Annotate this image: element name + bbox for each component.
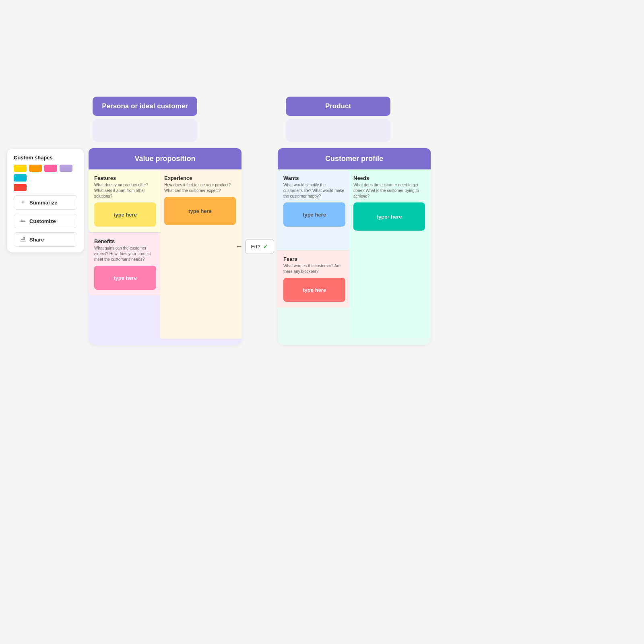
features-sticky[interactable]: type here (94, 202, 156, 227)
fears-title: Fears (283, 256, 345, 262)
experience-section: Experience How does it feel to use your … (160, 169, 242, 339)
sidebar-panel: Custom shapes Summarize Customize Share (7, 149, 84, 252)
fears-desc: What worries the customer? Are there any… (283, 263, 345, 275)
svg-point-2 (21, 219, 23, 221)
benefits-title: Benefits (94, 238, 156, 244)
check-icon: ✓ (263, 243, 268, 250)
product-input[interactable] (286, 119, 390, 142)
summarize-label: Summarize (29, 200, 57, 206)
benefits-desc: What gains can the customer expect? How … (94, 246, 156, 262)
experience-sticky[interactable]: type here (164, 197, 236, 225)
fears-section: Fears What worries the customer? Are the… (278, 250, 349, 308)
features-title: Features (94, 175, 156, 181)
value-proposition-board: Value proposition Features What does you… (89, 148, 242, 345)
sparkle-icon (20, 199, 26, 206)
fit-box: Fit? ✓ (245, 239, 275, 254)
features-desc: What does your product offer? What sets … (94, 182, 156, 199)
persona-input[interactable] (93, 119, 197, 142)
needs-title: Needs (353, 175, 425, 181)
boards-row: Value proposition Features What does you… (89, 148, 628, 345)
persona-label-box: Persona or ideal customer (93, 97, 197, 142)
customize-icon (20, 218, 26, 224)
summarize-button[interactable]: Summarize (14, 195, 77, 210)
shape-orange[interactable] (29, 165, 42, 172)
cp-header: Customer profile (278, 148, 431, 169)
share-button[interactable]: Share (14, 232, 77, 247)
needs-sticky[interactable]: typer here (353, 202, 425, 231)
fit-label: Fit? (251, 244, 261, 250)
main-canvas: Persona or ideal customer Product Value … (89, 97, 628, 345)
fears-sticky[interactable]: type here (283, 278, 345, 302)
needs-desc: What does the customer need to get done?… (353, 182, 425, 199)
share-icon (20, 236, 26, 243)
top-labels-row: Persona or ideal customer Product (89, 97, 628, 142)
wants-title: Wants (283, 175, 345, 181)
sidebar-title: Custom shapes (14, 155, 77, 161)
share-label: Share (29, 237, 44, 243)
svg-point-3 (24, 221, 25, 222)
shapes-row-1 (14, 165, 77, 182)
shape-red[interactable] (14, 184, 27, 191)
shapes-row-2 (14, 184, 77, 191)
shape-teal[interactable] (14, 174, 27, 182)
vp-left-column: Features What does your product offer? W… (89, 169, 160, 339)
customize-label: Customize (29, 218, 56, 224)
customize-button[interactable]: Customize (14, 214, 77, 228)
benefits-section: Benefits What gains can the customer exp… (89, 233, 160, 295)
vp-header: Value proposition (89, 148, 242, 169)
shape-lavender[interactable] (60, 165, 72, 172)
product-header: Product (286, 97, 390, 116)
needs-section: Needs What does the customer need to get… (349, 169, 431, 339)
experience-desc: How does it feel to use your product? Wh… (164, 182, 236, 194)
product-label-box: Product (286, 97, 390, 142)
experience-title: Experience (164, 175, 236, 181)
fit-indicator: ← Fit? ✓ → (242, 239, 278, 254)
wants-sticky[interactable]: type here (283, 202, 345, 227)
benefits-sticky[interactable]: type here (94, 266, 156, 290)
cp-left-column: Wants What would simplify the customer's… (278, 169, 349, 339)
features-section: Features What does your product offer? W… (89, 169, 160, 232)
wants-section: Wants What would simplify the customer's… (278, 169, 349, 250)
shape-yellow[interactable] (14, 165, 27, 172)
arrows-row: ← Fit? ✓ → (235, 239, 284, 254)
persona-header: Persona or ideal customer (93, 97, 197, 116)
arrow-left-icon: ← (235, 242, 243, 251)
wants-desc: What would simplify the customer's life?… (283, 182, 345, 199)
shape-pink[interactable] (44, 165, 57, 172)
customer-profile-board: Customer profile Wants What would simpli… (278, 148, 431, 345)
